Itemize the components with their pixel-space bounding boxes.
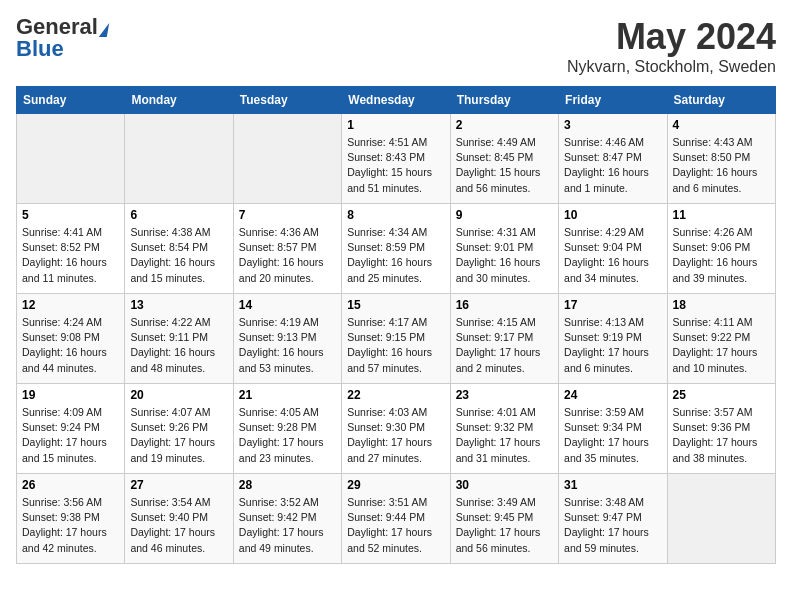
day-cell: 10Sunrise: 4:29 AMSunset: 9:04 PMDayligh… — [559, 204, 667, 294]
day-info: Sunrise: 4:24 AMSunset: 9:08 PMDaylight:… — [22, 315, 119, 376]
day-info: Sunrise: 4:07 AMSunset: 9:26 PMDaylight:… — [130, 405, 227, 466]
day-info: Sunrise: 4:34 AMSunset: 8:59 PMDaylight:… — [347, 225, 444, 286]
day-number: 20 — [130, 388, 227, 402]
day-info: Sunrise: 4:03 AMSunset: 9:30 PMDaylight:… — [347, 405, 444, 466]
day-cell: 7Sunrise: 4:36 AMSunset: 8:57 PMDaylight… — [233, 204, 341, 294]
day-cell: 28Sunrise: 3:52 AMSunset: 9:42 PMDayligh… — [233, 474, 341, 564]
day-cell: 22Sunrise: 4:03 AMSunset: 9:30 PMDayligh… — [342, 384, 450, 474]
day-number: 23 — [456, 388, 553, 402]
day-cell: 5Sunrise: 4:41 AMSunset: 8:52 PMDaylight… — [17, 204, 125, 294]
day-number: 12 — [22, 298, 119, 312]
day-info: Sunrise: 4:15 AMSunset: 9:17 PMDaylight:… — [456, 315, 553, 376]
day-cell: 25Sunrise: 3:57 AMSunset: 9:36 PMDayligh… — [667, 384, 775, 474]
day-cell: 16Sunrise: 4:15 AMSunset: 9:17 PMDayligh… — [450, 294, 558, 384]
header-cell-friday: Friday — [559, 87, 667, 114]
day-info: Sunrise: 3:48 AMSunset: 9:47 PMDaylight:… — [564, 495, 661, 556]
day-number: 30 — [456, 478, 553, 492]
day-cell: 24Sunrise: 3:59 AMSunset: 9:34 PMDayligh… — [559, 384, 667, 474]
day-number: 10 — [564, 208, 661, 222]
day-cell: 3Sunrise: 4:46 AMSunset: 8:47 PMDaylight… — [559, 114, 667, 204]
day-number: 24 — [564, 388, 661, 402]
day-cell: 15Sunrise: 4:17 AMSunset: 9:15 PMDayligh… — [342, 294, 450, 384]
day-number: 26 — [22, 478, 119, 492]
day-number: 22 — [347, 388, 444, 402]
page-header: General Blue May 2024 Nykvarn, Stockholm… — [16, 16, 776, 76]
day-cell: 30Sunrise: 3:49 AMSunset: 9:45 PMDayligh… — [450, 474, 558, 564]
day-info: Sunrise: 4:17 AMSunset: 9:15 PMDaylight:… — [347, 315, 444, 376]
day-number: 6 — [130, 208, 227, 222]
day-number: 31 — [564, 478, 661, 492]
day-cell: 29Sunrise: 3:51 AMSunset: 9:44 PMDayligh… — [342, 474, 450, 564]
day-info: Sunrise: 4:49 AMSunset: 8:45 PMDaylight:… — [456, 135, 553, 196]
day-number: 8 — [347, 208, 444, 222]
day-cell — [125, 114, 233, 204]
week-row-5: 26Sunrise: 3:56 AMSunset: 9:38 PMDayligh… — [17, 474, 776, 564]
calendar-table: SundayMondayTuesdayWednesdayThursdayFrid… — [16, 86, 776, 564]
day-info: Sunrise: 4:26 AMSunset: 9:06 PMDaylight:… — [673, 225, 770, 286]
day-info: Sunrise: 4:11 AMSunset: 9:22 PMDaylight:… — [673, 315, 770, 376]
day-info: Sunrise: 3:57 AMSunset: 9:36 PMDaylight:… — [673, 405, 770, 466]
day-cell: 1Sunrise: 4:51 AMSunset: 8:43 PMDaylight… — [342, 114, 450, 204]
header-cell-monday: Monday — [125, 87, 233, 114]
day-cell: 20Sunrise: 4:07 AMSunset: 9:26 PMDayligh… — [125, 384, 233, 474]
day-number: 25 — [673, 388, 770, 402]
day-cell — [17, 114, 125, 204]
day-cell — [667, 474, 775, 564]
day-cell: 4Sunrise: 4:43 AMSunset: 8:50 PMDaylight… — [667, 114, 775, 204]
day-info: Sunrise: 4:36 AMSunset: 8:57 PMDaylight:… — [239, 225, 336, 286]
day-cell: 12Sunrise: 4:24 AMSunset: 9:08 PMDayligh… — [17, 294, 125, 384]
day-number: 11 — [673, 208, 770, 222]
day-cell: 13Sunrise: 4:22 AMSunset: 9:11 PMDayligh… — [125, 294, 233, 384]
day-number: 4 — [673, 118, 770, 132]
day-cell: 11Sunrise: 4:26 AMSunset: 9:06 PMDayligh… — [667, 204, 775, 294]
day-number: 19 — [22, 388, 119, 402]
day-number: 17 — [564, 298, 661, 312]
day-info: Sunrise: 4:43 AMSunset: 8:50 PMDaylight:… — [673, 135, 770, 196]
day-info: Sunrise: 4:29 AMSunset: 9:04 PMDaylight:… — [564, 225, 661, 286]
week-row-2: 5Sunrise: 4:41 AMSunset: 8:52 PMDaylight… — [17, 204, 776, 294]
day-number: 29 — [347, 478, 444, 492]
week-row-3: 12Sunrise: 4:24 AMSunset: 9:08 PMDayligh… — [17, 294, 776, 384]
logo-blue-text: Blue — [16, 38, 108, 60]
day-number: 16 — [456, 298, 553, 312]
day-number: 13 — [130, 298, 227, 312]
week-row-1: 1Sunrise: 4:51 AMSunset: 8:43 PMDaylight… — [17, 114, 776, 204]
day-info: Sunrise: 4:51 AMSunset: 8:43 PMDaylight:… — [347, 135, 444, 196]
day-info: Sunrise: 4:01 AMSunset: 9:32 PMDaylight:… — [456, 405, 553, 466]
day-info: Sunrise: 3:51 AMSunset: 9:44 PMDaylight:… — [347, 495, 444, 556]
day-cell: 8Sunrise: 4:34 AMSunset: 8:59 PMDaylight… — [342, 204, 450, 294]
day-info: Sunrise: 4:09 AMSunset: 9:24 PMDaylight:… — [22, 405, 119, 466]
logo: General Blue — [16, 16, 108, 60]
day-number: 1 — [347, 118, 444, 132]
logo-text: General — [16, 16, 108, 38]
day-info: Sunrise: 4:46 AMSunset: 8:47 PMDaylight:… — [564, 135, 661, 196]
day-cell: 14Sunrise: 4:19 AMSunset: 9:13 PMDayligh… — [233, 294, 341, 384]
day-info: Sunrise: 4:22 AMSunset: 9:11 PMDaylight:… — [130, 315, 227, 376]
title-block: May 2024 Nykvarn, Stockholm, Sweden — [567, 16, 776, 76]
day-number: 28 — [239, 478, 336, 492]
calendar-header: SundayMondayTuesdayWednesdayThursdayFrid… — [17, 87, 776, 114]
day-info: Sunrise: 3:49 AMSunset: 9:45 PMDaylight:… — [456, 495, 553, 556]
day-info: Sunrise: 4:31 AMSunset: 9:01 PMDaylight:… — [456, 225, 553, 286]
header-cell-tuesday: Tuesday — [233, 87, 341, 114]
day-info: Sunrise: 4:05 AMSunset: 9:28 PMDaylight:… — [239, 405, 336, 466]
logo-triangle-icon — [99, 23, 109, 37]
day-cell: 27Sunrise: 3:54 AMSunset: 9:40 PMDayligh… — [125, 474, 233, 564]
day-cell: 9Sunrise: 4:31 AMSunset: 9:01 PMDaylight… — [450, 204, 558, 294]
day-cell — [233, 114, 341, 204]
calendar-body: 1Sunrise: 4:51 AMSunset: 8:43 PMDaylight… — [17, 114, 776, 564]
day-info: Sunrise: 3:54 AMSunset: 9:40 PMDaylight:… — [130, 495, 227, 556]
day-cell: 2Sunrise: 4:49 AMSunset: 8:45 PMDaylight… — [450, 114, 558, 204]
day-info: Sunrise: 4:13 AMSunset: 9:19 PMDaylight:… — [564, 315, 661, 376]
day-number: 21 — [239, 388, 336, 402]
header-cell-thursday: Thursday — [450, 87, 558, 114]
day-cell: 21Sunrise: 4:05 AMSunset: 9:28 PMDayligh… — [233, 384, 341, 474]
day-number: 3 — [564, 118, 661, 132]
day-number: 18 — [673, 298, 770, 312]
day-number: 27 — [130, 478, 227, 492]
day-info: Sunrise: 3:52 AMSunset: 9:42 PMDaylight:… — [239, 495, 336, 556]
header-cell-wednesday: Wednesday — [342, 87, 450, 114]
day-info: Sunrise: 3:59 AMSunset: 9:34 PMDaylight:… — [564, 405, 661, 466]
day-cell: 19Sunrise: 4:09 AMSunset: 9:24 PMDayligh… — [17, 384, 125, 474]
day-number: 14 — [239, 298, 336, 312]
